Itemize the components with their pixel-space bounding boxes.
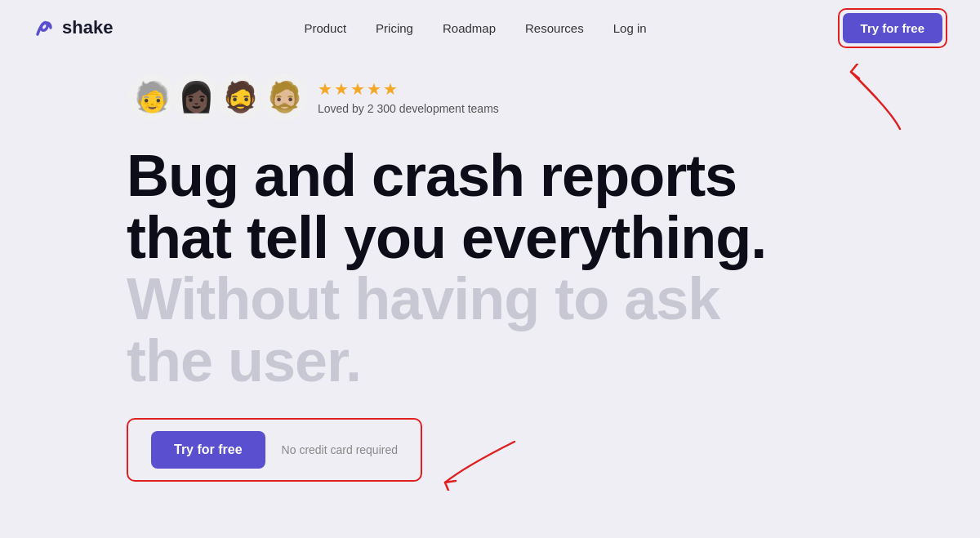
main-content: 🧓 👩🏿 🧔 🧔🏼 ★ ★ ★ ★ ★ Loved by 2 300 devel… <box>0 56 980 482</box>
annotation-arrow-bottom <box>433 434 531 491</box>
social-text: ★ ★ ★ ★ ★ Loved by 2 300 development tea… <box>318 79 499 115</box>
nav-link-product[interactable]: Product <box>304 21 346 35</box>
cta-button[interactable]: Try for free <box>151 431 265 469</box>
social-label: Loved by 2 300 development teams <box>318 102 499 115</box>
star-3: ★ <box>350 79 365 99</box>
no-cc-label: No credit card required <box>282 443 398 456</box>
nav-link-login[interactable]: Log in <box>613 21 647 35</box>
star-5: ★ <box>383 79 398 99</box>
annotation-arrow-top-right <box>843 64 908 137</box>
star-rating: ★ ★ ★ ★ ★ <box>318 79 499 99</box>
nav-cta-button[interactable]: Try for free <box>843 13 942 43</box>
nav-cta-wrapper: Try for free <box>838 8 947 48</box>
star-1: ★ <box>318 79 332 99</box>
cta-section: Try for free No credit card required <box>127 418 422 482</box>
social-proof: 🧓 👩🏿 🧔 🧔🏼 ★ ★ ★ ★ ★ Loved by 2 300 devel… <box>127 72 947 122</box>
subheadline-line2: the user. <box>127 328 361 393</box>
logo-text: shake <box>62 17 113 38</box>
avatar-group: 🧓 👩🏿 🧔 🧔🏼 <box>127 72 303 122</box>
navbar: shake Product Pricing Roadmap Resources … <box>0 0 980 56</box>
nav-link-pricing[interactable]: Pricing <box>376 21 413 35</box>
star-2: ★ <box>334 79 349 99</box>
nav-link-roadmap[interactable]: Roadmap <box>443 21 496 35</box>
nav-link-resources[interactable]: Resources <box>525 21 584 35</box>
shake-logo-icon <box>33 16 56 39</box>
nav-links: Product Pricing Roadmap Resources Log in <box>304 21 646 35</box>
logo[interactable]: shake <box>33 16 113 39</box>
star-4: ★ <box>367 79 381 99</box>
avatar-2: 👩🏿 <box>171 72 221 122</box>
headline-line1: Bug and crash reports <box>127 143 737 208</box>
subheadline-line1: Without having to ask <box>127 266 719 331</box>
avatar-4: 🧔🏼 <box>259 72 310 122</box>
subheadline: Without having to ask the user. <box>127 269 947 392</box>
headline: Bug and crash reports that tell you ever… <box>127 145 947 269</box>
headline-line2: that tell you everything. <box>127 205 766 270</box>
avatar-3: 🧔 <box>215 72 265 122</box>
avatar-1: 🧓 <box>127 72 177 122</box>
